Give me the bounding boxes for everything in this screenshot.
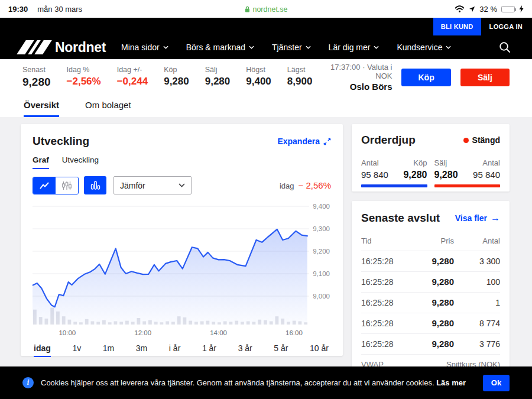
cookie-message: Cookies hjälper oss att leverera våra tj… xyxy=(41,378,466,387)
nav-item-label: Kundservice xyxy=(397,43,442,52)
trade-qty: 3 300 xyxy=(454,257,500,266)
time-range-button[interactable]: 1v xyxy=(72,343,81,357)
svg-text:9,100: 9,100 xyxy=(313,270,330,277)
time-range-button[interactable]: 10 år xyxy=(310,343,329,357)
quote-label: Köp xyxy=(164,66,189,74)
login-button[interactable]: LOGGA IN xyxy=(481,23,532,30)
ask-price-header: Sälj xyxy=(434,158,447,167)
status-date: mån 30 mars xyxy=(37,5,82,14)
chevron-down-icon xyxy=(163,46,168,49)
page-tabs: Översikt Om bolaget xyxy=(0,95,532,117)
quote-label: Senast xyxy=(22,66,51,74)
time-range-button[interactable]: 3m xyxy=(136,343,147,357)
trade-row[interactable]: 16:25:28 9,280 8 774 xyxy=(361,313,500,334)
buy-button[interactable]: Köp xyxy=(401,69,450,86)
ask-price: 9,280 xyxy=(434,170,458,180)
chart-subtab[interactable]: Graf xyxy=(33,155,49,169)
battery-percent: 32 % xyxy=(479,5,497,14)
trade-price: 9,280 xyxy=(411,318,454,328)
nav-menu-item[interactable]: Tjänster xyxy=(272,43,311,52)
candlestick-chart-button[interactable] xyxy=(56,177,78,194)
time-range-button[interactable]: 5 år xyxy=(274,343,288,357)
compare-select[interactable]: Jämför xyxy=(113,176,192,194)
time-range-button[interactable]: i år xyxy=(169,343,180,357)
bid-depth-bar xyxy=(361,184,427,187)
trade-qty: 8 774 xyxy=(454,319,500,328)
nordnet-logo[interactable]: Nordnet xyxy=(21,40,106,56)
bid-volume-header: Antal xyxy=(361,158,379,167)
ask-side: Sälj Antal 9,280 95 840 xyxy=(434,158,501,187)
nav-menu-item[interactable]: Lär dig mer xyxy=(329,43,379,52)
bid-price: 9,280 xyxy=(403,170,427,180)
bid-side: Antal Köp 95 840 9,280 xyxy=(361,158,427,187)
show-more-link[interactable]: Visa fler → xyxy=(455,213,500,223)
card-title-utveckling: Utveckling xyxy=(33,135,89,148)
become-customer-button[interactable]: BLI KUND xyxy=(433,18,481,35)
utility-bar: BLI KUND LOGGA IN xyxy=(0,18,532,35)
chart-subtabs: Graf Utveckling xyxy=(33,155,331,169)
trades-qty-header: Antal xyxy=(454,236,500,245)
time-range-button[interactable]: 3 år xyxy=(238,343,252,357)
expand-label: Expandera xyxy=(277,137,320,146)
price-chart[interactable]: 9,0009,1009,2009,3009,40010:0012:0014:00… xyxy=(33,199,331,342)
market-status: Stängd xyxy=(463,135,500,145)
exchange-name: Oslo Börs xyxy=(312,82,392,92)
chevron-down-icon xyxy=(179,183,185,187)
quote-label: Idag % xyxy=(67,66,101,74)
volume-toggle-button[interactable] xyxy=(84,176,106,194)
chart-subtab[interactable]: Utveckling xyxy=(62,155,99,169)
browser-url[interactable]: nordnet.se xyxy=(244,5,287,14)
candlestick-icon xyxy=(61,181,72,190)
nav-menu-item[interactable]: Kundservice xyxy=(397,43,451,52)
compare-placeholder: Jämför xyxy=(120,181,145,190)
tab-oversikt[interactable]: Översikt xyxy=(24,100,59,117)
ask-volume-header: Antal xyxy=(482,158,500,167)
sell-button[interactable]: Sälj xyxy=(460,69,510,86)
chart-type-segment xyxy=(33,177,79,194)
expand-link[interactable]: Expandera xyxy=(277,137,331,146)
lock-icon xyxy=(244,6,250,13)
quote-columns: Senast 9,280 Idag % −2,56% Idag +/- −0,2… xyxy=(22,66,312,89)
time-range-button[interactable]: 1m xyxy=(103,343,114,357)
expand-icon xyxy=(323,138,331,145)
search-button[interactable] xyxy=(499,41,511,53)
trade-row[interactable]: 16:25:28 9,280 1 xyxy=(361,293,500,313)
quote-timestamp: 17:37:00 · Valuta i NOK xyxy=(312,63,392,80)
chevron-down-icon xyxy=(249,46,254,49)
url-text: nordnet.se xyxy=(252,5,287,14)
quote-value: −0,244 xyxy=(117,76,148,87)
cookie-ok-button[interactable]: Ok xyxy=(483,375,510,391)
nav-menu-item[interactable]: Börs & marknad xyxy=(186,43,254,52)
cookie-text: Cookies hjälper oss att leverera våra tj… xyxy=(41,378,434,387)
read-more-link[interactable]: Läs mer xyxy=(436,378,466,387)
order-depth-card: Orderdjup Stängd Antal Köp 95 840 9,280 xyxy=(352,124,510,192)
quote-label: Sälj xyxy=(205,66,231,74)
nav-menu-item[interactable]: Mina sidor xyxy=(121,43,168,52)
trade-row[interactable]: 16:25:28 9,280 3 300 xyxy=(361,251,500,272)
line-chart-button[interactable] xyxy=(33,177,56,194)
trade-qty: 1 xyxy=(454,298,500,307)
ask-depth-bar xyxy=(434,184,501,187)
quote-value: 9,400 xyxy=(246,76,271,87)
quote-meta: 17:37:00 · Valuta i NOK Oslo Börs xyxy=(312,63,392,92)
trade-qty: 3 776 xyxy=(454,339,500,349)
market-status-label: Stängd xyxy=(472,135,500,145)
development-card: Utveckling Expandera Graf Utveckling xyxy=(21,124,343,356)
charging-bolt-icon xyxy=(519,5,524,12)
svg-text:9,400: 9,400 xyxy=(313,203,330,210)
quote-value: 9,280 xyxy=(205,76,231,87)
trade-row[interactable]: 16:25:28 9,280 3 776 xyxy=(361,334,500,355)
today-label: idag xyxy=(280,181,294,190)
quote-value: 9,280 xyxy=(164,76,189,87)
main-content: Utveckling Expandera Graf Utveckling xyxy=(0,117,532,399)
trades-price-header: Pris xyxy=(411,236,454,245)
time-range-button[interactable]: 1 år xyxy=(202,343,216,357)
nav-item-label: Börs & marknad xyxy=(186,43,245,52)
quote-value: 9,280 xyxy=(22,76,51,89)
trade-row[interactable]: 16:25:28 9,280 100 xyxy=(361,272,500,293)
quote-label: Idag +/- xyxy=(117,66,148,74)
wifi-icon xyxy=(455,5,465,12)
closed-status-icon xyxy=(463,138,469,143)
tab-om-bolaget[interactable]: Om bolaget xyxy=(85,100,131,117)
time-range-button[interactable]: idag xyxy=(34,343,51,357)
